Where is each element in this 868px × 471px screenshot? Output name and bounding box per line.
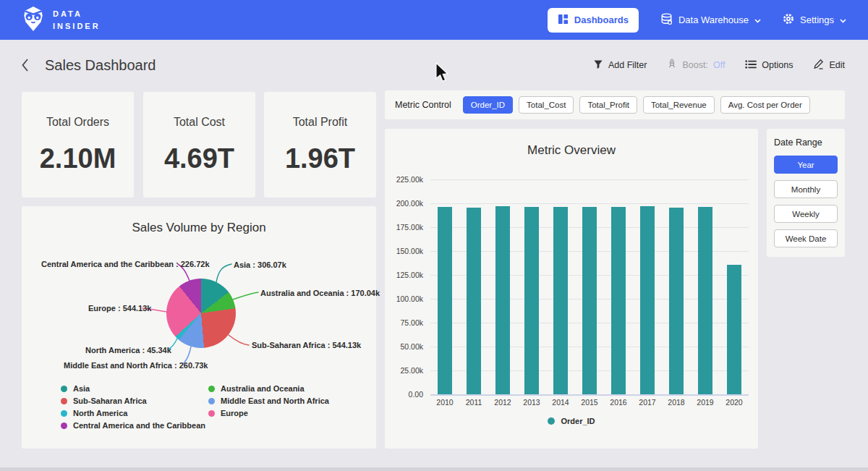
- x-tick-label: 2017: [633, 398, 662, 407]
- pie-slice-label: Europe : 544.13k: [88, 304, 151, 313]
- y-tick-label: 200.00k: [385, 199, 423, 208]
- boost-value: Off: [713, 60, 725, 70]
- legend-item: North America: [61, 409, 127, 417]
- y-tick-label: 150.00k: [385, 247, 423, 255]
- add-filter-label: Add Filter: [608, 60, 647, 70]
- bar: [640, 206, 655, 394]
- legend-item: Central America and the Caribbean: [61, 421, 205, 430]
- x-tick-label: 2018: [662, 398, 691, 407]
- metric-chip[interactable]: Total_Profit: [579, 96, 637, 114]
- pie-slice-label: Sub-Saharan Africa : 544.13k: [252, 341, 361, 349]
- bar: [524, 207, 539, 394]
- bar-chart-legend: Order_ID: [385, 417, 758, 425]
- metric-control-label: Metric Control: [395, 100, 451, 110]
- legend-label: North America: [73, 409, 127, 417]
- legend-label: Central America and the Caribbean: [73, 421, 205, 430]
- edit-label: Edit: [829, 60, 845, 70]
- legend-label: Australia and Oceania: [221, 384, 305, 393]
- edit-button[interactable]: Edit: [813, 59, 845, 72]
- options-label: Options: [762, 60, 793, 70]
- x-tick-label: 2019: [691, 398, 720, 407]
- brand-logo: DATA INSIDER: [22, 6, 101, 35]
- x-tick-label: 2012: [488, 398, 517, 407]
- bar-chart-card: Metric Overview 225.00k200.00k175.00k150…: [385, 129, 758, 449]
- date-range-button[interactable]: Weekly: [774, 205, 838, 223]
- date-range-button[interactable]: Week Date: [774, 229, 838, 247]
- bar: [698, 207, 712, 394]
- page-header-left: Sales Dashboard: [22, 57, 156, 74]
- pie-chart: [166, 279, 236, 348]
- pie-leader-line: [216, 264, 231, 282]
- kpi-value: 1.96T: [285, 143, 355, 174]
- y-tick-label: 25.00k: [385, 366, 423, 375]
- kpi-value: 2.10M: [40, 143, 116, 174]
- legend-item: Asia: [61, 384, 90, 393]
- legend-item: Australia and Oceania: [208, 384, 305, 393]
- page-title: Sales Dashboard: [45, 57, 156, 74]
- kpi-label: Total Profit: [293, 116, 348, 129]
- chevron-down-icon: [840, 14, 846, 25]
- y-tick-label: 225.00k: [385, 175, 423, 184]
- dashboards-button[interactable]: Dashboards: [548, 8, 639, 33]
- bar: [727, 265, 741, 394]
- kpi-value: 4.69T: [164, 143, 234, 174]
- date-range-button[interactable]: Monthly: [774, 180, 838, 198]
- metric-chip[interactable]: Total_Revenue: [643, 96, 715, 114]
- x-tick-label: 2014: [546, 398, 575, 407]
- x-tick-label: 2013: [517, 398, 546, 407]
- legend-label: Sub-Saharan Africa: [73, 396, 147, 405]
- x-tick-label: 2015: [575, 398, 604, 407]
- y-tick-label: 50.00k: [385, 342, 423, 351]
- metric-chip-group: Order_IDTotal_CostTotal_ProfitTotal_Reve…: [463, 96, 810, 114]
- kpi-label: Total Cost: [174, 116, 225, 129]
- page-header: Sales Dashboard Add Filter Boost: Off: [22, 51, 845, 80]
- date-range-title: Date Range: [774, 137, 838, 148]
- y-tick-label: 125.00k: [385, 271, 423, 279]
- settings-menu[interactable]: Settings: [783, 13, 846, 27]
- boost-toggle[interactable]: Boost: Off: [667, 59, 725, 72]
- bar: [467, 208, 481, 394]
- header-actions: Add Filter Boost: Off: [593, 59, 845, 72]
- legend-item: Europe: [208, 409, 248, 417]
- owl-logo-icon: [22, 6, 45, 35]
- options-list-icon: [745, 59, 757, 72]
- add-filter-button[interactable]: Add Filter: [593, 59, 647, 72]
- brand-line-2: INSIDER: [53, 20, 101, 33]
- gridline: [430, 179, 749, 180]
- metric-control-bar: Metric Control Order_IDTotal_CostTotal_P…: [385, 90, 845, 119]
- metric-chip[interactable]: Avg. Cost per Order: [720, 96, 810, 114]
- y-tick-label: 100.00k: [385, 294, 423, 303]
- legend-series-label: Order_ID: [561, 417, 595, 425]
- date-range-panel: Date Range YearMonthlyWeeklyWeek Date: [767, 129, 845, 257]
- metric-chip[interactable]: Order_ID: [463, 96, 513, 114]
- navbar-menu: Dashboards Data Warehouse: [548, 8, 846, 33]
- metric-chip[interactable]: Total_Cost: [519, 96, 574, 114]
- chevron-down-icon: [754, 14, 761, 25]
- data-warehouse-menu[interactable]: Data Warehouse: [660, 13, 761, 27]
- pie-leader-line: [233, 292, 258, 300]
- legend-label: Asia: [73, 384, 90, 393]
- legend-dot: [548, 417, 555, 425]
- bar: [495, 206, 510, 394]
- data-warehouse-label: Data Warehouse: [678, 14, 749, 25]
- bar: [553, 207, 568, 394]
- brand-line-1: DATA: [53, 8, 101, 20]
- y-tick-label: 0.00: [385, 390, 423, 399]
- kpi-card-total-orders: Total Orders 2.10M: [22, 92, 134, 198]
- legend-item: Middle East and North Africa: [208, 396, 329, 405]
- database-icon: [660, 13, 673, 27]
- legend-dot: [208, 410, 215, 417]
- date-range-button[interactable]: Year: [774, 156, 838, 174]
- back-button[interactable]: [22, 59, 29, 72]
- pie-chart-title: Sales Volume by Region: [22, 206, 376, 235]
- dashboard-grid-icon: [558, 14, 569, 27]
- y-tick-label: 175.00k: [385, 223, 423, 232]
- kpi-label: Total Orders: [46, 116, 109, 129]
- options-button[interactable]: Options: [745, 59, 793, 72]
- dashboards-label: Dashboards: [574, 14, 629, 25]
- bar-chart-title: Metric Overview: [385, 129, 758, 158]
- filter-funnel-icon: [593, 59, 603, 72]
- bar: [438, 207, 452, 394]
- legend-label: Europe: [221, 409, 248, 417]
- pencil-icon: [813, 59, 824, 72]
